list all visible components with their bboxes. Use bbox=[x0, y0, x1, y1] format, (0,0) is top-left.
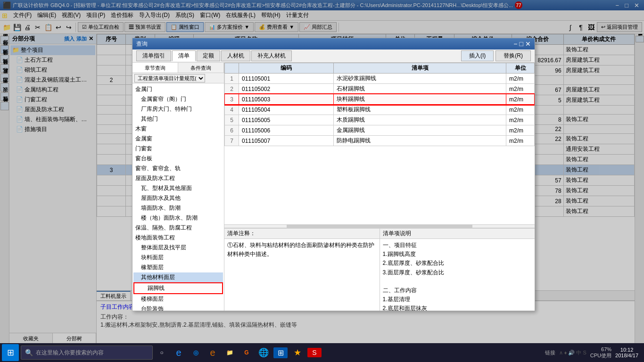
taskbar-g[interactable]: G bbox=[239, 349, 254, 356]
modal-right-panel: 编码 清单项 单位 1 011105001 水泥砂浆踢脚线 m2/m 2 011… bbox=[224, 63, 535, 311]
start-button[interactable]: ⊞ bbox=[2, 344, 19, 361]
modal-title: 查询 bbox=[136, 40, 148, 48]
modal-cell-name: 塑料板踢脚线 bbox=[334, 105, 506, 115]
taskbar-yellow[interactable]: ★ bbox=[290, 347, 305, 358]
modal-table-row-1[interactable]: 2 011105002 石材踢脚线 m2/m bbox=[225, 84, 535, 94]
modal-tab-0[interactable]: 清单指引 bbox=[136, 50, 171, 61]
modal-tab-3[interactable]: 人材机 bbox=[221, 50, 250, 61]
modal-body: 章节查询 条件查询 工程量清单项目计量规范(2013-湖北) 金属门金属窗帘（阁… bbox=[132, 63, 535, 311]
taskbar-cpu: 67%CPU使用 bbox=[590, 346, 611, 359]
taskbar-folder[interactable]: 📁 bbox=[223, 349, 237, 356]
modal-tab-1[interactable]: 清单 bbox=[172, 50, 196, 61]
taskbar-cortana[interactable]: ○ bbox=[155, 349, 169, 356]
modal-table-row-3[interactable]: 4 011105004 塑料板踢脚线 m2/m bbox=[225, 105, 535, 115]
search-placeholder: 在这里输入你要搜索的内容 bbox=[36, 349, 104, 357]
modal-bottom-left-content: ①石材、块料与粘结材料的结合面刷防渗材料的种类在防护材料种类中描述。 bbox=[224, 239, 380, 311]
scroll-indicator bbox=[224, 224, 535, 228]
tree-tab-condition[interactable]: 条件查询 bbox=[178, 63, 224, 73]
modal-tree-item-15[interactable]: 楼地面装饰工程 bbox=[133, 233, 223, 243]
modal-cell-code: 011105006 bbox=[239, 125, 334, 136]
modal-cell-name: 块料踢脚线 bbox=[334, 94, 506, 105]
taskbar: ⊞ 🔍 在这里输入你要搜索的内容 ○ e ⊕ e 📁 G 🌐 ⊞ ★ S 链接 … bbox=[0, 343, 644, 362]
modal-tree-item-6[interactable]: 门窗套 bbox=[133, 144, 223, 154]
modal-cell-name: 水泥砂浆踢脚线 bbox=[334, 74, 506, 84]
modal-overlay: 查询 − □ ✕ 清单指引清单定额人材机补充人材机 插入(I) 替换(R) bbox=[0, 34, 644, 343]
modal-tree-item-21[interactable]: 楼梯面层 bbox=[133, 294, 223, 304]
query-modal: 查询 − □ ✕ 清单指引清单定额人材机补充人材机 插入(I) 替换(R) bbox=[132, 38, 535, 311]
modal-cell-unit: m2/m bbox=[506, 94, 535, 105]
modal-tree-item-13[interactable]: 楼（地）面防水、防潮 bbox=[133, 213, 223, 223]
modal-tree-item-20[interactable]: 踢脚线 bbox=[133, 282, 223, 294]
modal-filter: 工程量清单项目计量规范(2013-湖北) bbox=[132, 73, 224, 83]
modal-tree-header: 章节查询 条件查询 bbox=[132, 63, 224, 73]
modal-table-row-6[interactable]: 7 011105007 防静电踢脚线 m2/m bbox=[225, 136, 535, 146]
modal-tree-item-18[interactable]: 橡塑面层 bbox=[133, 263, 223, 272]
modal-tree-item-5[interactable]: 金属窗 bbox=[133, 134, 223, 144]
filter-select[interactable]: 工程量清单项目计量规范(2013-湖北) bbox=[134, 74, 205, 82]
modal-maximize-btn[interactable]: □ bbox=[520, 40, 523, 48]
modal-table-row-0[interactable]: 1 011105001 水泥砂浆踢脚线 m2/m bbox=[225, 74, 535, 84]
modal-cell-code: 011105007 bbox=[239, 136, 334, 146]
modal-cell-code: 011105005 bbox=[239, 115, 334, 125]
modal-cell-name: 木质踢脚线 bbox=[334, 115, 506, 125]
modal-tree-item-14[interactable]: 保温、隔热、防腐工程 bbox=[133, 223, 223, 233]
replace-btn[interactable]: 替换(R) bbox=[495, 50, 531, 61]
modal-bottom-right-content: 一、项目特征 1.踢脚线高度 2.底层厚度、砂浆配合比 3.面层厚度、砂浆配合比… bbox=[380, 239, 535, 311]
modal-col-code: 编码 bbox=[239, 63, 334, 74]
taskbar-time: 10:122018/4/17 bbox=[615, 347, 638, 358]
taskbar-edge[interactable]: ⊕ bbox=[189, 348, 203, 357]
modal-tree-item-10[interactable]: 瓦、型材及其他屋面 bbox=[133, 183, 223, 193]
modal-tree-item-2[interactable]: 厂库房大门、特种门 bbox=[133, 104, 223, 114]
modal-table: 编码 清单项 单位 1 011105001 水泥砂浆踢脚线 m2/m 2 011… bbox=[224, 63, 535, 146]
modal-title-bar: 查询 − □ ✕ bbox=[132, 38, 535, 49]
modal-bottom-right: 清单项说明 一、项目特征 1.踢脚线高度 2.底层厚度、砂浆配合比 3.面层厚度… bbox=[380, 229, 535, 311]
modal-cell-num: 5 bbox=[225, 115, 239, 125]
modal-tree-panel: 章节查询 条件查询 工程量清单项目计量规范(2013-湖北) 金属门金属窗帘（阁… bbox=[132, 63, 224, 311]
modal-tree-item-8[interactable]: 窗帘、窗帘盒、轨 bbox=[133, 164, 223, 173]
taskbar-app1[interactable]: ⊞ bbox=[273, 347, 288, 358]
modal-col-name: 清单项 bbox=[334, 63, 506, 74]
modal-tree-item-7[interactable]: 窗台板 bbox=[133, 154, 223, 164]
modal-table-row-5[interactable]: 6 011105006 金属踢脚线 m2/m bbox=[225, 125, 535, 136]
taskbar-ie[interactable]: e bbox=[172, 347, 186, 358]
search-icon: 🔍 bbox=[25, 349, 33, 356]
modal-bottom-right-title: 清单项说明 bbox=[380, 229, 535, 239]
taskbar-right: 链接 ∧ ♦ 🔊 中 S 67%CPU使用 10:122018/4/17 bbox=[545, 346, 642, 359]
insert-btn[interactable]: 插入(I) bbox=[461, 50, 494, 61]
modal-cell-unit: m2/m bbox=[506, 105, 535, 115]
modal-bottom-left: 清单注释： ①石材、块料与粘结材料的结合面刷防渗材料的种类在防护材料种类中描述。 bbox=[224, 229, 380, 311]
modal-tab-4[interactable]: 补充人材机 bbox=[251, 50, 292, 61]
modal-cell-code: 011105004 bbox=[239, 105, 334, 115]
taskbar-search[interactable]: 🔍 在这里输入你要搜索的内容 bbox=[21, 346, 153, 360]
modal-tree-item-12[interactable]: 墙面防水、防潮 bbox=[133, 203, 223, 213]
modal-tree-item-16[interactable]: 整体面层及找平层 bbox=[133, 243, 223, 253]
modal-cell-num: 3 bbox=[225, 94, 239, 105]
modal-cell-num: 7 bbox=[225, 136, 239, 146]
modal-cell-unit: m2/m bbox=[506, 84, 535, 94]
modal-col-unit: 单位 bbox=[506, 63, 535, 74]
modal-tree-item-17[interactable]: 块料面层 bbox=[133, 253, 223, 263]
modal-table-row-2[interactable]: 3 011105003 块料踢脚线 m2/m bbox=[225, 94, 535, 105]
modal-cell-name: 石材踢脚线 bbox=[334, 84, 506, 94]
taskbar-globe[interactable]: 🌐 bbox=[256, 347, 271, 358]
modal-tree-item-9[interactable]: 屋面及防水工程 bbox=[133, 173, 223, 183]
modal-cell-unit: m2/m bbox=[506, 115, 535, 125]
modal-tree-item-0[interactable]: 金属门 bbox=[133, 84, 223, 94]
modal-tree-item-19[interactable]: 其他材料面层 bbox=[133, 272, 223, 282]
modal-tab-2[interactable]: 定额 bbox=[197, 50, 220, 61]
modal-tree-item-22[interactable]: 台阶装饰 bbox=[133, 304, 223, 311]
modal-cell-num: 1 bbox=[225, 74, 239, 84]
taskbar-s-red[interactable]: S bbox=[307, 348, 322, 357]
modal-col-num bbox=[225, 63, 239, 74]
modal-tree-item-1[interactable]: 金属窗帘（阁）门 bbox=[133, 94, 223, 104]
modal-tree-item-4[interactable]: 木窗 bbox=[133, 124, 223, 134]
modal-tree-item-3[interactable]: 其他门 bbox=[133, 114, 223, 124]
taskbar-ie2[interactable]: e bbox=[206, 347, 220, 358]
modal-tree-item-11[interactable]: 屋面防水及其他 bbox=[133, 193, 223, 203]
tree-tab-chapter[interactable]: 章节查询 bbox=[132, 63, 178, 73]
modal-close-btn[interactable]: ✕ bbox=[525, 40, 531, 48]
modal-minimize-btn[interactable]: − bbox=[513, 40, 517, 48]
modal-cell-num: 2 bbox=[225, 84, 239, 94]
modal-cell-unit: m2/m bbox=[506, 74, 535, 84]
modal-table-row-4[interactable]: 5 011105005 木质踢脚线 m2/m bbox=[225, 115, 535, 125]
